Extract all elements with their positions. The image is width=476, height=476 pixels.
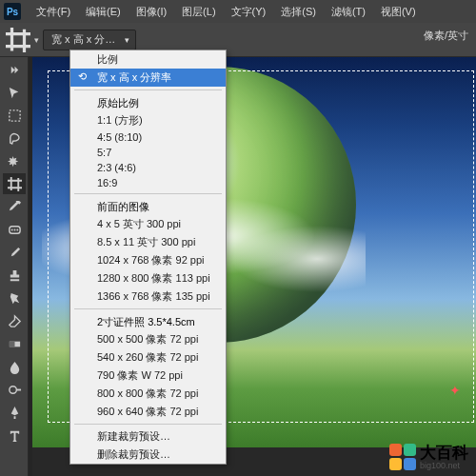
svg-rect-0 bbox=[9, 109, 19, 120]
preset-cert-1[interactable]: 540 x 260 像素 72 ppi bbox=[70, 348, 226, 367]
type-tool-icon[interactable] bbox=[3, 425, 26, 446]
watermark-logo-icon bbox=[389, 444, 416, 470]
eraser-tool-icon[interactable] bbox=[3, 310, 26, 331]
preset-prev-0[interactable]: 4 x 5 英寸 300 ppi bbox=[70, 215, 226, 233]
preset-original-3[interactable]: 2:3 (4:6) bbox=[70, 160, 226, 175]
preset-original-1[interactable]: 4:5 (8:10) bbox=[70, 129, 226, 145]
brush-tool-icon[interactable] bbox=[3, 242, 26, 263]
menu-layer[interactable]: 图层(L) bbox=[174, 5, 223, 19]
menu-edit[interactable]: 编辑(E) bbox=[78, 5, 129, 19]
gradient-tool-icon[interactable] bbox=[3, 333, 26, 354]
menu-image[interactable]: 图像(I) bbox=[129, 5, 174, 19]
preset-new[interactable]: 新建裁剪预设… bbox=[70, 427, 226, 446]
preset-cert-2[interactable]: 790 像素 W 72 ppi bbox=[70, 367, 226, 385]
watermark: 大百科 big100.net bbox=[389, 444, 468, 470]
watermark-url: big100.net bbox=[420, 461, 468, 470]
preset-original-0[interactable]: 1:1 (方形) bbox=[70, 111, 226, 129]
crop-preset-dropdown[interactable]: 宽 x 高 x 分… bbox=[43, 30, 136, 50]
stamp-tool-icon[interactable] bbox=[3, 265, 26, 286]
preset-prev-1[interactable]: 8.5 x 11 英寸 300 ppi bbox=[70, 233, 226, 251]
svg-rect-6 bbox=[9, 341, 14, 347]
crop-tool-icon[interactable] bbox=[6, 28, 30, 52]
dropdown-caret-icon: ▾ bbox=[34, 35, 39, 45]
pen-tool-icon[interactable] bbox=[3, 402, 26, 423]
menu-select[interactable]: 选择(S) bbox=[273, 5, 324, 19]
menu-view[interactable]: 视图(V) bbox=[373, 5, 424, 19]
menu-separator bbox=[74, 308, 222, 309]
eyedropper-tool-icon[interactable] bbox=[3, 196, 26, 217]
tools-panel bbox=[0, 57, 29, 476]
menu-separator bbox=[74, 193, 222, 194]
expand-icon[interactable] bbox=[3, 59, 26, 80]
units-label: 像素/英寸 bbox=[424, 29, 468, 43]
preset-cert-3[interactable]: 800 x 800 像素 72 ppi bbox=[70, 385, 226, 403]
preset-ratio[interactable]: 比例 bbox=[70, 50, 226, 69]
dodge-tool-icon[interactable] bbox=[3, 379, 26, 400]
healing-tool-icon[interactable] bbox=[3, 219, 26, 240]
svg-point-2 bbox=[10, 228, 12, 230]
lasso-tool-icon[interactable] bbox=[3, 128, 26, 149]
preset-original-2[interactable]: 5:7 bbox=[70, 145, 226, 160]
menubar: Ps 文件(F) 编辑(E) 图像(I) 图层(L) 文字(Y) 选择(S) 滤… bbox=[0, 0, 476, 23]
preset-cert-0[interactable]: 476 x 476 像素 72 ppi bbox=[70, 330, 226, 348]
preset-prev-2[interactable]: 1024 x 768 像素 92 ppi bbox=[70, 251, 226, 269]
menu-filter[interactable]: 滤镜(T) bbox=[324, 5, 373, 19]
menu-separator bbox=[74, 89, 222, 90]
preset-original-4[interactable]: 16:9 bbox=[70, 175, 226, 190]
preset-prev-3[interactable]: 1280 x 800 像素 113 ppi bbox=[70, 269, 226, 288]
preset-delete[interactable]: 删除裁剪预设… bbox=[70, 446, 226, 464]
preset-prev-4[interactable]: 1366 x 768 像素 135 ppi bbox=[70, 288, 226, 306]
blur-tool-icon[interactable] bbox=[3, 356, 26, 377]
svg-point-3 bbox=[13, 228, 15, 230]
preset-wxh-res[interactable]: 宽 x 高 x 分辨率 bbox=[70, 69, 226, 87]
magic-wand-tool-icon[interactable] bbox=[3, 150, 26, 171]
preset-header-original: 原始比例 bbox=[70, 93, 226, 111]
crop-preset-menu: 比例 宽 x 高 x 分辨率 原始比例 1:1 (方形) 4:5 (8:10) … bbox=[69, 50, 227, 465]
move-tool-icon[interactable] bbox=[3, 82, 26, 103]
crosshair-icon: ✦ bbox=[449, 383, 461, 398]
menu-file[interactable]: 文件(F) bbox=[29, 5, 78, 19]
watermark-text: 大百科 bbox=[420, 445, 468, 461]
preset-cert-4[interactable]: 960 x 640 像素 72 ppi bbox=[70, 403, 226, 421]
app-logo: Ps bbox=[4, 3, 21, 20]
marquee-tool-icon[interactable] bbox=[3, 105, 26, 126]
svg-point-7 bbox=[9, 386, 16, 393]
preset-header-previous: 前面的图像 bbox=[70, 197, 226, 215]
menu-separator bbox=[74, 424, 222, 425]
preset-header-cert: 2寸证件照 3.5*4.5cm bbox=[70, 312, 226, 330]
crop-tool-icon[interactable] bbox=[3, 173, 26, 194]
menu-text[interactable]: 文字(Y) bbox=[224, 5, 274, 19]
svg-point-4 bbox=[16, 228, 18, 230]
history-brush-tool-icon[interactable] bbox=[3, 288, 26, 308]
